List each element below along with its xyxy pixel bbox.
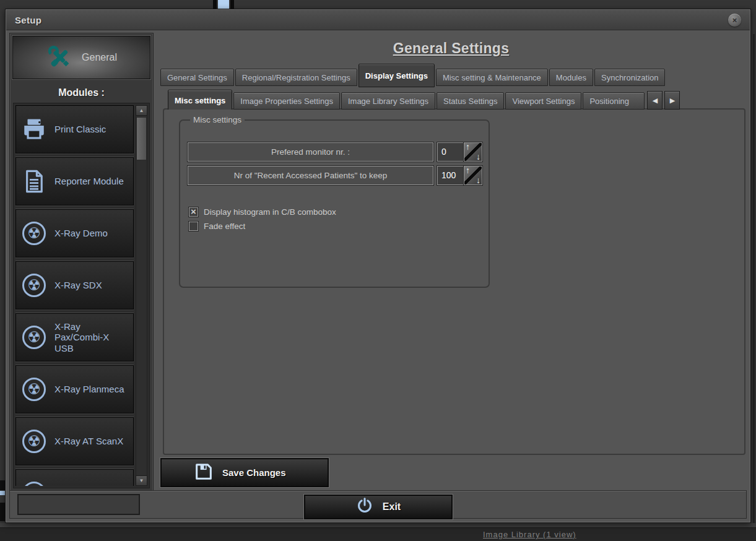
- save-changes-button[interactable]: Save Changes: [160, 458, 329, 487]
- radiation-icon: ☢: [20, 378, 48, 401]
- misc-settings-groupbox: Misc settings Prefered monitor nr. : 0 ↑…: [179, 119, 490, 288]
- background-window-area: [0, 527, 756, 541]
- subtab-image-library-settings[interactable]: Image Library Settings: [341, 92, 435, 110]
- spin-up-icon[interactable]: ↑: [466, 142, 470, 152]
- fade-effect-label: Fade effect: [204, 222, 245, 231]
- display-histogram-row: × Display histogram in C/B combobox: [189, 206, 336, 217]
- scrollbar-track[interactable]: [136, 116, 147, 475]
- sidebar: General Modules : Print Classic: [9, 33, 154, 491]
- main-panel: General Settings General Settings Region…: [155, 33, 747, 491]
- module-label: X-Ray Pax/Combi-X USB: [54, 321, 129, 353]
- scrollbar-thumb[interactable]: [136, 117, 147, 160]
- module-items: Print Classic Reporter Module ☢: [15, 105, 134, 486]
- subtab-image-properties-settings[interactable]: Image Properties Settings: [233, 92, 340, 110]
- power-icon: [355, 496, 374, 517]
- main-tabs: General Settings Regional/Registration S…: [160, 63, 745, 86]
- subtab-misc-settings[interactable]: Misc settings: [168, 90, 232, 110]
- radiation-icon: ☢: [20, 274, 48, 297]
- bottom-bar: Exit: [9, 490, 747, 519]
- tab-display-settings[interactable]: Display Settings: [358, 64, 435, 87]
- radiation-icon: ☢: [20, 482, 48, 486]
- page-title: General Settings: [155, 40, 747, 57]
- scroll-left-icon[interactable]: ◀: [647, 91, 663, 110]
- module-label: X-Ray SDX: [54, 280, 102, 290]
- recent-patients-stepper[interactable]: ↑ ↓: [464, 166, 482, 185]
- spin-down-icon[interactable]: ↓: [476, 152, 480, 162]
- exit-button-label: Exit: [383, 501, 401, 513]
- module-list-scrollbar: ▲ ▼: [136, 105, 147, 486]
- module-item-print-classic[interactable]: Print Classic: [15, 105, 134, 154]
- general-button[interactable]: General: [12, 36, 150, 79]
- preferred-monitor-label: Prefered monitor nr. :: [188, 142, 433, 162]
- recent-patients-label: Nr of "Recent Accessed Patients" to keep: [188, 166, 433, 185]
- tools-icon: [46, 43, 74, 72]
- save-icon: [194, 462, 214, 484]
- fade-effect-checkbox[interactable]: [189, 222, 198, 231]
- module-list: Print Classic Reporter Module ☢: [13, 103, 150, 488]
- background-fragment: [230, 0, 234, 9]
- subtab-status-settings[interactable]: Status Settings: [437, 92, 504, 110]
- subtab-viewport-settings[interactable]: Viewport Settings: [505, 92, 581, 110]
- preferred-monitor-row: Prefered monitor nr. : 0 ↑ ↓: [188, 142, 482, 162]
- sub-tabs: Misc settings Image Properties Settings …: [168, 87, 743, 110]
- status-field: [17, 494, 140, 515]
- background-fragment: [213, 0, 217, 9]
- tab-misc-setting-maintenance[interactable]: Misc setting & Maintenance: [436, 69, 548, 86]
- document-icon: [20, 168, 48, 194]
- printer-icon: [20, 116, 48, 142]
- spin-down-icon[interactable]: ↓: [476, 176, 480, 185]
- subtab-positioning[interactable]: Positioning: [583, 92, 645, 110]
- tab-page: Misc settings Prefered monitor nr. : 0 ↑…: [163, 108, 745, 455]
- subtab-scrollers: ◀ ▶: [647, 91, 680, 110]
- close-icon[interactable]: ×: [728, 14, 741, 27]
- fade-effect-row: Fade effect: [189, 220, 245, 232]
- modules-header: Modules :: [10, 84, 153, 102]
- tab-synchronization[interactable]: Synchronization: [594, 69, 666, 86]
- radiation-icon: ☢: [20, 222, 48, 245]
- display-histogram-checkbox[interactable]: ×: [189, 207, 198, 217]
- module-item-xray-fimet[interactable]: ☢ X-Ray Fimet: [15, 469, 134, 486]
- scroll-down-icon[interactable]: ▼: [136, 475, 147, 486]
- scroll-up-icon[interactable]: ▲: [136, 105, 147, 116]
- background-fragment: [0, 491, 5, 495]
- groupbox-title: Misc settings: [190, 115, 245, 124]
- recent-patients-row: Nr of "Recent Accessed Patients" to keep…: [188, 165, 482, 185]
- module-item-xray-sdx[interactable]: ☢ X-Ray SDX: [15, 261, 134, 309]
- module-item-reporter-module[interactable]: Reporter Module: [15, 157, 134, 206]
- module-label: Reporter Module: [54, 176, 124, 186]
- radiation-icon: ☢: [20, 430, 48, 453]
- module-label: Print Classic: [54, 124, 106, 134]
- tab-regional-registration-settings[interactable]: Regional/Registration Settings: [235, 69, 357, 86]
- module-label: X-Ray Planmeca: [54, 384, 124, 394]
- save-changes-label: Save Changes: [222, 467, 286, 478]
- preferred-monitor-stepper[interactable]: ↑ ↓: [464, 142, 482, 162]
- background-fragment: [753, 34, 755, 523]
- module-label: X-Ray Demo: [54, 228, 108, 238]
- recent-patients-value[interactable]: 100: [437, 166, 464, 185]
- exit-button[interactable]: Exit: [304, 495, 453, 519]
- module-label: X-Ray AT ScanX: [54, 436, 123, 446]
- radiation-icon: ☢: [20, 326, 48, 349]
- module-item-xray-pax-combi[interactable]: ☢ X-Ray Pax/Combi-X USB: [15, 313, 134, 361]
- tab-modules[interactable]: Modules: [549, 69, 593, 86]
- preferred-monitor-value[interactable]: 0: [437, 142, 464, 162]
- setup-dialog: Setup × General Modules :: [5, 9, 751, 523]
- module-item-xray-at-scanx[interactable]: ☢ X-Ray AT ScanX: [15, 417, 134, 465]
- background-fragment: [218, 0, 229, 9]
- window-title: Setup: [15, 15, 41, 25]
- tab-general-settings[interactable]: General Settings: [160, 69, 234, 86]
- checkmark-icon: ×: [191, 206, 196, 217]
- general-button-label: General: [82, 52, 117, 63]
- display-histogram-label: Display histogram in C/B combobox: [204, 207, 336, 217]
- background-partial-text: Image Library (1 view): [483, 530, 576, 539]
- module-item-xray-planmeca[interactable]: ☢ X-Ray Planmeca: [15, 365, 134, 413]
- title-bar[interactable]: Setup ×: [6, 10, 750, 30]
- spin-up-icon[interactable]: ↑: [466, 165, 470, 175]
- scroll-right-icon[interactable]: ▶: [664, 91, 680, 110]
- module-item-xray-demo[interactable]: ☢ X-Ray Demo: [15, 209, 134, 258]
